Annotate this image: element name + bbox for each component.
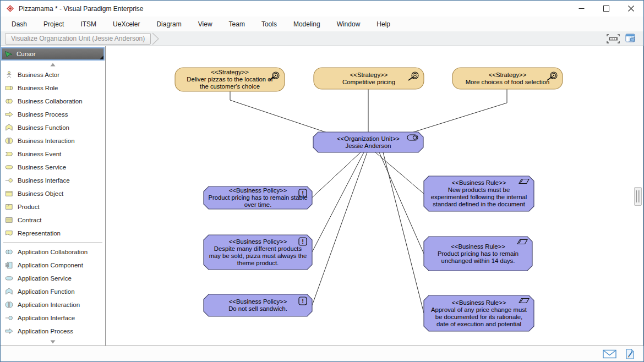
palette-item-label: Business Function	[18, 124, 69, 131]
business-role-icon	[4, 84, 14, 92]
diagram-node-rule-2[interactable]: <<Business Rule>>Product pricing has to …	[424, 237, 532, 271]
diagram-node-org-unit[interactable]: <<Organization Unit>>Jessie Anderson	[313, 132, 423, 152]
edge-org-rule2[interactable]	[379, 152, 424, 254]
collapsed-panel-handle[interactable]	[634, 187, 642, 206]
close-button[interactable]	[619, 1, 643, 17]
palette-cursor-tool[interactable]: Cursor	[1, 47, 105, 61]
palette-item-label: Business Service	[18, 164, 66, 171]
palette-item-business-actor[interactable]: Business Actor	[1, 68, 105, 81]
diagram-node-strategy-2[interactable]: <<Strategy>>Competitive pricing	[314, 68, 424, 89]
diagram-node-strategy-3[interactable]: <<Strategy>>More choices of food selecti…	[452, 68, 563, 89]
menu-bar: DashProjectITSMUeXcelerDiagramViewTeamTo…	[1, 17, 643, 31]
palette-item-business-function[interactable]: Business Function	[1, 121, 105, 134]
menu-item-help[interactable]: Help	[368, 18, 399, 30]
palette-item-business-process[interactable]: Business Process	[1, 108, 105, 121]
node-label-line: be documented for its rationale,	[435, 314, 522, 320]
palette-item-business-interface[interactable]: Business Interface	[1, 174, 105, 187]
business-interface-icon	[4, 177, 14, 184]
edge-strategy1-org[interactable]	[230, 91, 327, 133]
node-label-line: <<Strategy>>	[489, 72, 527, 78]
palette-item-business-collaboration[interactable]: Business Collaboration	[1, 95, 105, 108]
application-component-icon	[4, 261, 14, 269]
document-edit-icon	[625, 349, 635, 359]
menu-item-view[interactable]: View	[190, 18, 221, 30]
close-icon	[628, 6, 634, 12]
node-label-line: theme product.	[237, 260, 279, 266]
palette-item-label: Business Collaboration	[18, 98, 83, 105]
business-process-icon	[4, 111, 14, 118]
diagram-canvas[interactable]: <<Strategy>>Deliver pizzas to the locati…	[106, 46, 643, 345]
diagram-node-rule-1[interactable]: <<Business Rule>>New products must beexp…	[424, 176, 534, 211]
diagram-panel-button[interactable]	[625, 34, 637, 43]
representation-icon	[4, 229, 14, 237]
palette-item-label: Application Process	[18, 328, 73, 334]
minimize-button[interactable]	[569, 1, 594, 17]
node-label-line: Product pricing has to remain	[438, 250, 519, 257]
business-service-icon	[4, 163, 14, 171]
menu-item-itsm[interactable]: ITSM	[72, 18, 105, 30]
application-interaction-icon	[4, 301, 14, 309]
palette-item-application-interface[interactable]: Application Interface	[1, 311, 105, 325]
diagram-node-policy-2[interactable]: !<<Business Policy>>Despite many differe…	[204, 235, 312, 270]
menu-item-window[interactable]: Window	[329, 18, 369, 30]
palette-item-label: Application Collaboration	[18, 249, 88, 255]
palette-item-application-process[interactable]: Application Process	[1, 325, 105, 338]
business-event-icon	[4, 150, 14, 158]
menu-item-team[interactable]: Team	[221, 18, 253, 30]
node-label-line: <<Business Rule>>	[452, 179, 506, 186]
node-label-line: <<Business Policy>>	[229, 238, 287, 245]
diagram-node-policy-3[interactable]: !<<Business Policy>>Do not sell sandwich…	[204, 294, 312, 316]
node-label-line: <<Organization Unit>>	[337, 135, 400, 142]
node-label-line: More choices of food selection	[466, 79, 550, 85]
palette-item-application-interaction[interactable]: Application Interaction	[1, 298, 105, 311]
menu-item-uexceler[interactable]: UeXceler	[105, 18, 148, 30]
mail-button[interactable]	[603, 349, 616, 359]
palette-item-label: Application Function	[18, 288, 75, 295]
palette-item-business-interaction[interactable]: Business Interaction	[1, 134, 105, 147]
edit-document-button[interactable]	[625, 349, 635, 359]
node-label-line: Do not sell sandwich.	[228, 305, 287, 312]
node-label-line: Competitive pricing	[342, 79, 395, 85]
cursor-icon	[4, 51, 13, 58]
palette-item-business-role[interactable]: Business Role	[1, 81, 105, 95]
edge-strategy3-org[interactable]	[412, 89, 507, 133]
fit-shapes-button[interactable]	[607, 34, 620, 43]
breadcrumb-chevron-icon	[152, 32, 160, 45]
breadcrumb-label: Visualize Organization Unit (Jessie Ande…	[11, 35, 145, 42]
menu-item-tools[interactable]: Tools	[253, 18, 285, 30]
palette-item-application-service[interactable]: Application Service	[1, 272, 105, 285]
palette-scroll-down-button[interactable]	[1, 338, 105, 345]
diagram-node-rule-3[interactable]: <<Business Rule>>Approval of any price c…	[424, 295, 534, 331]
menu-item-project[interactable]: Project	[35, 18, 72, 30]
palette-item-application-function[interactable]: Application Function	[1, 285, 105, 298]
business-interaction-icon	[4, 137, 14, 145]
menu-item-dash[interactable]: Dash	[3, 18, 35, 30]
palette-item-label: Business Actor	[18, 72, 59, 78]
palette-item-application-component[interactable]: Application Component	[1, 259, 105, 272]
palette-item-product[interactable]: Product	[1, 200, 105, 213]
status-bar	[1, 345, 643, 361]
breadcrumb[interactable]: Visualize Organization Unit (Jessie Ande…	[5, 33, 151, 45]
svg-text:!: !	[302, 298, 304, 304]
palette-item-business-event[interactable]: Business Event	[1, 147, 105, 161]
cursor-tool-corner[interactable]	[100, 56, 103, 59]
palette-item-business-service[interactable]: Business Service	[1, 161, 105, 174]
menu-item-diagram[interactable]: Diagram	[148, 18, 189, 30]
diagram-node-strategy-1[interactable]: <<Strategy>>Deliver pizzas to the locati…	[175, 68, 285, 91]
diagram-node-policy-1[interactable]: !<<Business Policy>>Product pricing has …	[204, 187, 312, 209]
palette-item-contract[interactable]: Contract	[1, 213, 105, 227]
edge-org-policy3[interactable]	[312, 152, 367, 305]
maximize-button[interactable]	[594, 1, 619, 17]
palette-item-label: Product	[18, 204, 40, 210]
edge-org-policy2[interactable]	[312, 152, 364, 252]
palette-item-representation[interactable]: Representation	[1, 227, 105, 240]
node-label-line: Product pricing has to remain stable	[208, 194, 307, 201]
node-label-line: date of execution and potential	[436, 321, 521, 327]
menu-item-modeling[interactable]: Modeling	[285, 18, 329, 30]
window-title: Pizzamama * - Visual Paradigm Enterprise	[19, 5, 144, 13]
palette-scroll-up-button[interactable]	[1, 61, 105, 68]
palette-item-business-object[interactable]: Business Object	[1, 187, 105, 200]
palette-divider	[3, 242, 102, 243]
edge-org-rule1[interactable]	[375, 152, 424, 194]
palette-item-application-collaboration[interactable]: Application Collaboration	[1, 245, 105, 259]
